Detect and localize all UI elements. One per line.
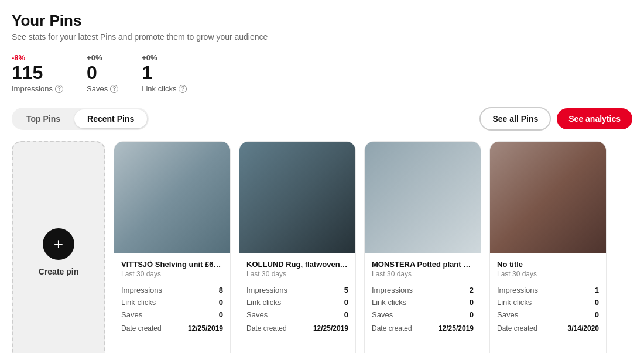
impressions-value: 1 — [555, 284, 599, 296]
impressions-value: 2 — [427, 284, 474, 296]
impressions-change: -8% — [12, 53, 63, 62]
see-all-pins-button[interactable]: See all Pins — [479, 107, 551, 131]
pin-title: KOLLUND Rug, flatwoven £26... — [246, 260, 348, 269]
saves-value: 0 — [176, 309, 223, 321]
date-created-value: 12/25/2019 — [427, 321, 474, 334]
pin-image — [239, 142, 355, 253]
pin-period: Last 30 days — [372, 270, 474, 278]
link-clicks-value: 0 — [555, 296, 599, 309]
impressions-label: Impressions ? — [12, 84, 63, 93]
pin-title: MONSTERA Potted plant £15 K... — [372, 260, 474, 269]
create-pin-icon: + — [43, 228, 74, 260]
date-created-label: Date created — [246, 321, 302, 334]
pin-stats-table: Impressions 8 Link clicks 0 Saves 0 Date… — [121, 284, 223, 334]
link-clicks-value: 0 — [427, 296, 474, 309]
date-created-row: Date created 12/25/2019 — [246, 321, 348, 334]
stats-row: -8% 115 Impressions ? +0% 0 Saves ? +0% … — [12, 53, 632, 93]
date-created-value: 12/25/2019 — [302, 321, 348, 334]
link-clicks-label: Link clicks — [246, 296, 302, 309]
pin-period: Last 30 days — [497, 270, 599, 278]
page-title: Your Pins — [12, 12, 632, 30]
pin-card[interactable]: No title Last 30 days Impressions 1 Link… — [489, 141, 607, 353]
header-buttons: See all Pins See analytics — [479, 107, 632, 131]
impressions-row: Impressions 5 — [246, 284, 348, 296]
impressions-row: Impressions 1 — [497, 284, 599, 296]
pin-info: VITTSJÖ Shelving unit £65 RA... Last 30 … — [114, 253, 230, 353]
impressions-help-icon[interactable]: ? — [55, 85, 63, 93]
saves-value: 0 — [555, 309, 599, 321]
saves-help-icon[interactable]: ? — [110, 85, 118, 93]
saves-row: Saves 0 — [497, 309, 599, 321]
saves-label: Saves — [246, 309, 302, 321]
create-pin-card[interactable]: + Create pin — [12, 141, 105, 353]
pin-info: KOLLUND Rug, flatwoven £26... Last 30 da… — [239, 253, 355, 353]
tabs-and-buttons: Top Pins Recent Pins See all Pins See an… — [12, 107, 632, 131]
impressions-value: 8 — [176, 284, 223, 296]
link-clicks-row: Link clicks 0 — [372, 296, 474, 309]
impressions-value: 5 — [302, 284, 348, 296]
saves-label: Saves — [121, 309, 176, 321]
stat-impressions: -8% 115 Impressions ? — [12, 53, 63, 93]
link-clicks-value: 0 — [176, 296, 223, 309]
date-created-label: Date created — [121, 321, 176, 334]
pin-card[interactable]: KOLLUND Rug, flatwoven £26... Last 30 da… — [239, 141, 356, 353]
date-created-row: Date created 3/14/2020 — [497, 321, 599, 334]
saves-value: 0 — [87, 63, 118, 82]
page-subtitle: See stats for your latest Pins and promo… — [12, 32, 632, 42]
saves-value: 0 — [302, 309, 348, 321]
link-clicks-help-icon[interactable]: ? — [179, 85, 187, 93]
impressions-value: 115 — [12, 63, 63, 82]
saves-row: Saves 0 — [121, 309, 223, 321]
pin-info: No title Last 30 days Impressions 1 Link… — [490, 253, 606, 353]
link-clicks-label: Link clicks — [497, 296, 555, 309]
date-created-value: 3/14/2020 — [555, 321, 599, 334]
pin-card[interactable]: VITTSJÖ Shelving unit £65 RA... Last 30 … — [114, 141, 231, 353]
link-clicks-change: +0% — [142, 53, 187, 62]
impressions-label: Impressions — [497, 284, 555, 296]
saves-label: Saves ? — [87, 84, 118, 93]
date-created-label: Date created — [497, 321, 555, 334]
pin-image — [365, 142, 481, 253]
stat-link-clicks: +0% 1 Link clicks ? — [142, 53, 187, 93]
pin-stats-table: Impressions 1 Link clicks 0 Saves 0 Date… — [497, 284, 599, 334]
create-pin-label: Create pin — [39, 267, 78, 276]
date-created-row: Date created 12/25/2019 — [372, 321, 474, 334]
impressions-row: Impressions 2 — [372, 284, 474, 296]
pin-image — [490, 142, 606, 253]
link-clicks-value: 1 — [142, 63, 187, 82]
impressions-label: Impressions — [246, 284, 302, 296]
link-clicks-label: Link clicks — [121, 296, 176, 309]
saves-label: Saves — [372, 309, 427, 321]
impressions-label: Impressions — [121, 284, 176, 296]
pin-card[interactable]: MONSTERA Potted plant £15 K... Last 30 d… — [364, 141, 481, 353]
pin-period: Last 30 days — [121, 270, 223, 278]
pin-title: No title — [497, 260, 599, 269]
pin-stats-table: Impressions 2 Link clicks 0 Saves 0 Date… — [372, 284, 474, 334]
link-clicks-label: Link clicks ? — [142, 84, 187, 93]
impressions-label: Impressions — [372, 284, 427, 296]
pin-image — [114, 142, 230, 253]
saves-row: Saves 0 — [246, 309, 348, 321]
saves-value: 0 — [427, 309, 474, 321]
tab-recent-pins[interactable]: Recent Pins — [74, 109, 147, 128]
link-clicks-label: Link clicks — [372, 296, 427, 309]
link-clicks-value: 0 — [302, 296, 348, 309]
see-analytics-button[interactable]: See analytics — [557, 108, 632, 129]
pins-grid: + Create pin VITTSJÖ Shelving unit £65 R… — [12, 141, 632, 353]
pin-stats-table: Impressions 5 Link clicks 0 Saves 0 Date… — [246, 284, 348, 334]
date-created-row: Date created 12/25/2019 — [121, 321, 223, 334]
date-created-value: 12/25/2019 — [176, 321, 223, 334]
saves-label: Saves — [497, 309, 555, 321]
link-clicks-row: Link clicks 0 — [497, 296, 599, 309]
saves-row: Saves 0 — [372, 309, 474, 321]
pin-title: VITTSJÖ Shelving unit £65 RA... — [121, 260, 223, 269]
link-clicks-row: Link clicks 0 — [121, 296, 223, 309]
stat-saves: +0% 0 Saves ? — [87, 53, 118, 93]
saves-change: +0% — [87, 53, 118, 62]
link-clicks-row: Link clicks 0 — [246, 296, 348, 309]
date-created-label: Date created — [372, 321, 427, 334]
impressions-row: Impressions 8 — [121, 284, 223, 296]
tabs-container: Top Pins Recent Pins — [12, 108, 149, 130]
tab-top-pins[interactable]: Top Pins — [13, 109, 73, 128]
pin-period: Last 30 days — [246, 270, 348, 278]
